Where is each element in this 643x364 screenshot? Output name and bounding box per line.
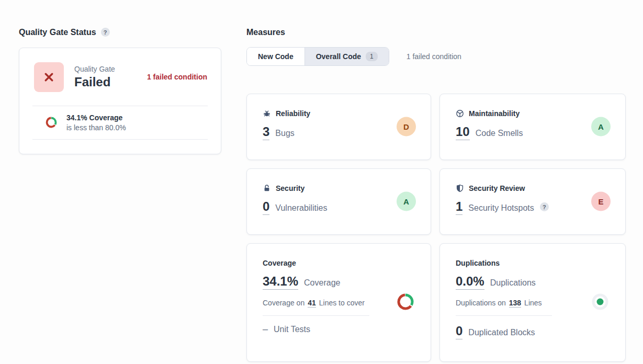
divider [456,315,552,316]
condition-metric: 34.1% Coverage [66,113,126,122]
code-scope-tabs: New Code Overall Code 1 [246,47,389,66]
quality-gate-section-title: Quality Gate Status ? [19,28,221,37]
security-hotspots-label: Security Hotspots [468,203,534,213]
measure-card-coverage: Coverage 34.1% Coverage Coverage on 41 L… [246,243,431,362]
security-review-rating-badge[interactable]: E [591,192,611,211]
quality-gate-section: Quality Gate Status ? Quality Gate Faile… [19,22,221,154]
measures-section-title: Measures [246,28,626,37]
bugs-count-link[interactable]: 3 [263,124,269,140]
reliability-rating-badge[interactable]: D [397,117,416,136]
bugs-label: Bugs [275,129,294,138]
measure-card-reliability: Reliability 3 Bugs D [246,94,431,160]
shield-icon [456,184,464,192]
security-rating-badge[interactable]: A [397,192,416,211]
code-smell-icon [456,109,464,118]
vulnerabilities-label: Vulnerabilities [275,203,327,213]
measure-card-security-review: Security Review 1 Security Hotspots ? E [439,168,626,235]
duplication-lines-link[interactable]: 138 [509,299,521,308]
tab-new-code[interactable]: New Code [247,48,304,65]
coverage-percent-link[interactable]: 34.1% [263,274,298,290]
card-title: Security [276,184,304,192]
tab-overall-code[interactable]: Overall Code 1 [304,48,389,65]
unit-tests-value: – [263,324,268,335]
coverage-label: Coverage [304,278,340,288]
divider [263,315,369,316]
measures-toolbar: New Code Overall Code 1 1 failed conditi… [246,47,626,66]
quality-gate-title-text: Quality Gate Status [19,28,96,37]
coverage-donut-gauge [396,292,415,311]
failed-condition-note: 1 failed condition [407,52,461,61]
card-title: Duplications [456,259,500,267]
tab-overall-code-label: Overall Code [316,52,361,61]
help-icon[interactable]: ? [101,28,110,37]
code-smells-label: Code Smells [476,129,523,138]
code-smells-count-link[interactable]: 10 [456,124,470,140]
quality-gate-status: Failed [74,75,147,89]
card-title: Maintainability [469,109,520,118]
quality-gate-label: Quality Gate [74,65,147,73]
measure-card-security: Security 0 Vulnerabilities A [246,168,431,235]
security-hotspots-count-link[interactable]: 1 [456,199,462,215]
vulnerabilities-count-link[interactable]: 0 [263,199,269,215]
duplicated-blocks-count-link[interactable]: 0 [456,324,462,339]
divider [32,139,208,140]
duplication-dot-gauge [591,292,610,311]
coverage-donut-icon [45,116,58,129]
failed-status-badge [34,62,64,92]
duplications-label: Duplications [490,278,536,288]
bug-icon [263,109,271,118]
measures-grid: Reliability 3 Bugs D Maintainability [246,94,626,362]
tab-overall-code-badge: 1 [366,52,378,61]
failed-condition-row[interactable]: 34.1% Coverage is less than 80.0% [19,106,221,139]
quality-gate-summary: Quality Gate Failed 1 failed condition [19,48,221,106]
measures-section: Measures New Code Overall Code 1 1 faile… [246,22,626,362]
coverage-sub-suffix: Lines to cover [319,299,365,307]
lock-icon [263,184,271,192]
duplicated-blocks-label: Duplicated Blocks [468,328,535,337]
duplications-percent-link[interactable]: 0.0% [456,274,484,290]
card-title: Security Review [469,184,525,192]
help-icon[interactable]: ? [540,202,549,211]
failed-condition-count: 1 failed condition [147,73,207,81]
condition-requirement: is less than 80.0% [66,123,126,132]
duplications-sub-prefix: Duplications on [456,299,506,307]
duplications-sub-suffix: Lines [524,299,542,307]
card-title: Coverage [263,259,296,267]
measure-card-maintainability: Maintainability 10 Code Smells A [439,94,626,160]
coverage-sub-prefix: Coverage on [263,299,304,307]
unit-tests-label: Unit Tests [274,325,310,334]
maintainability-rating-badge[interactable]: A [591,117,611,136]
card-title: Reliability [276,109,310,118]
measure-card-duplications: Duplications 0.0% Duplications Duplicati… [439,243,626,362]
quality-gate-card: Quality Gate Failed 1 failed condition 3… [19,48,221,154]
lines-to-cover-link[interactable]: 41 [308,299,316,308]
x-icon [44,72,54,82]
measures-title-text: Measures [246,28,285,37]
